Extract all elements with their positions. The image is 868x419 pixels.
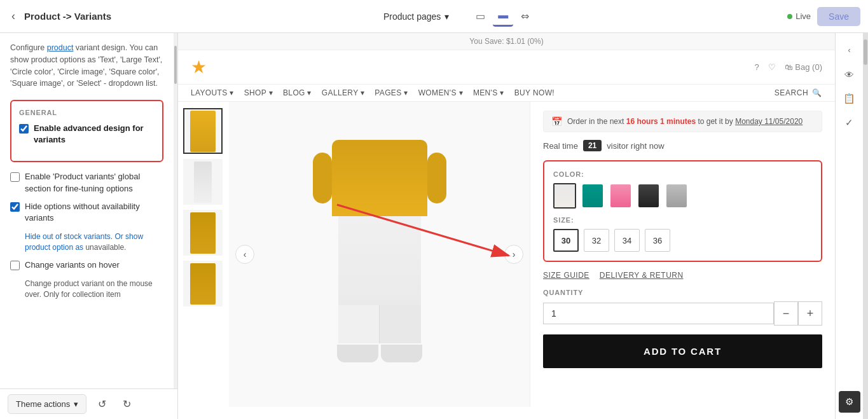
order-time: 16 hours 1 minutes (626, 117, 696, 126)
help-icon[interactable]: ? (755, 62, 759, 72)
page-selector-chevron: ▾ (444, 11, 449, 22)
store-page: You Save: $1.01 (0%) ★ ? ♡ 🛍 Bag (0) (178, 33, 835, 419)
links-row: SIZE GUIDE DELIVERY & RETURN (543, 271, 822, 280)
wishlist-icon[interactable]: ♡ (768, 62, 776, 72)
color-swatch-pink[interactable] (609, 183, 632, 209)
quantity-label: QUANTITY (543, 289, 822, 296)
view-wide-button[interactable]: ⇔ (516, 6, 534, 27)
general-label: GENERAL (19, 109, 155, 116)
nav-shop[interactable]: SHOP ▾ (244, 88, 273, 97)
size-btn-36[interactable]: 36 (645, 229, 670, 252)
left-panel: Configure product variant design. You ca… (0, 33, 178, 419)
back-button[interactable]: ‹ (8, 6, 19, 27)
color-swatch-teal[interactable] (581, 183, 604, 209)
size-btn-32[interactable]: 32 (584, 229, 609, 252)
thumb-1[interactable] (183, 108, 223, 154)
thumb-4[interactable] (183, 261, 223, 306)
order-banner: 📅 Order in the next 16 hours 1 minutes t… (543, 111, 822, 132)
redo-button[interactable]: ↻ (118, 394, 136, 414)
settings-icon-button[interactable]: ⚙ (839, 391, 860, 413)
checkbox-hide-unavailable: Hide options without availability varian… (10, 201, 163, 224)
theme-actions-button[interactable]: Theme actions ▾ (8, 394, 86, 414)
add-to-cart-button[interactable]: ADD TO CART (543, 334, 822, 368)
theme-actions-label: Theme actions (16, 399, 70, 409)
size-guide-link[interactable]: SIZE GUIDE (543, 271, 589, 280)
live-label: Live (796, 11, 811, 21)
eye-icon-button[interactable]: 👁 (839, 64, 860, 85)
clipboard-icon-button[interactable]: 📋 (839, 88, 860, 109)
quantity-input[interactable] (543, 303, 774, 324)
checkbox-hover: Change variants on hover (10, 259, 163, 271)
view-mobile-button[interactable]: ▭ (471, 6, 490, 27)
nav-pages[interactable]: PAGES ▾ (375, 88, 408, 97)
page-selector-label: Product pages (383, 11, 441, 22)
store-logo: ★ (191, 57, 207, 78)
color-swatch-white[interactable] (553, 183, 576, 209)
thumbnail-column (178, 102, 229, 407)
mobile-icon: ▭ (476, 11, 485, 22)
enable-global-label: Enable 'Product variants' global section… (25, 171, 163, 194)
store-header-right: ? ♡ 🛍 Bag (0) (755, 62, 822, 72)
check-icon-button[interactable]: ✓ (839, 112, 860, 134)
undo-button[interactable]: ↺ (93, 394, 111, 414)
topbar-right: Live Save (787, 7, 860, 26)
product-info: 📅 Order in the next 16 hours 1 minutes t… (530, 102, 835, 407)
nav-blog[interactable]: BLOG ▾ (283, 88, 312, 97)
realtime-label: Real time (543, 141, 578, 151)
change-hover-checkbox[interactable] (10, 261, 20, 270)
size-btn-34[interactable]: 34 (614, 229, 640, 252)
wide-icon: ⇔ (521, 11, 529, 22)
preview-scroll-thumb (864, 39, 867, 65)
hide-unavailable-subtext[interactable]: Hide out of stock variants. Or show prod… (25, 231, 163, 253)
color-swatch-gray[interactable] (665, 183, 688, 209)
nav-buynow[interactable]: BUY NOW! (514, 88, 555, 97)
search-label: SEARCH (775, 88, 809, 97)
panel-title: Product -> Variants (24, 11, 111, 22)
product-link[interactable]: product (47, 43, 74, 52)
next-image-button[interactable]: › (504, 245, 523, 264)
store-nav-right[interactable]: SEARCH 🔍 (775, 88, 822, 97)
left-panel-scrollbar (174, 33, 177, 388)
color-label: COLOR: (553, 170, 812, 178)
preview-scrollbar (863, 33, 868, 419)
nav-womens[interactable]: WOMEN'S ▾ (418, 88, 463, 97)
desktop-icon: ▬ (498, 10, 508, 20)
live-badge: Live (787, 11, 811, 21)
enable-advanced-label: Enable advanced design for variants (34, 123, 155, 146)
hide-unavailable-checkbox[interactable] (10, 202, 20, 212)
thumb-2[interactable] (183, 159, 223, 205)
main-area: Configure product variant design. You ca… (0, 33, 868, 419)
quantity-minus-button[interactable]: − (774, 301, 798, 326)
theme-actions-chevron: ▾ (74, 399, 78, 409)
page-selector-button[interactable]: Product pages ▾ (377, 8, 455, 25)
thumb-3[interactable] (183, 210, 223, 256)
preview-scroll-track (863, 33, 868, 419)
visitor-suffix: visitor right now (607, 141, 664, 151)
quantity-plus-button[interactable]: + (798, 301, 822, 326)
color-options (553, 183, 812, 209)
checkbox-enable-advanced: Enable advanced design for variants (19, 123, 155, 146)
nav-gallery[interactable]: GALLERY ▾ (322, 88, 365, 97)
enable-global-checkbox[interactable] (10, 172, 20, 182)
checkbox-enable-global: Enable 'Product variants' global section… (10, 171, 163, 194)
topbar-center: Product pages ▾ ▭ ▬ ⇔ (124, 6, 787, 27)
nav-mens[interactable]: MEN'S ▾ (473, 88, 504, 97)
order-banner-text: Order in the next 16 hours 1 minutes to … (567, 117, 803, 126)
preview-area: You Save: $1.01 (0%) ★ ? ♡ 🛍 Bag (0) (178, 33, 868, 419)
collapse-panel-button[interactable]: ‹ (839, 39, 860, 61)
prev-image-button[interactable]: ‹ (235, 245, 254, 264)
product-layout: ‹ › 📅 Order in the next 16 hours 1 minut… (178, 102, 835, 407)
change-hover-subtext: Change product variant on the mouse over… (25, 278, 163, 300)
delivery-return-link[interactable]: DELIVERY & RETURN (600, 271, 684, 280)
order-date: Monday 11/05/2020 (735, 117, 803, 126)
color-swatch-black[interactable] (637, 183, 660, 209)
live-dot (787, 14, 792, 19)
top-bar: ‹ Product -> Variants Product pages ▾ ▭ … (0, 0, 868, 33)
size-btn-30[interactable]: 30 (553, 229, 579, 252)
bag-icon[interactable]: 🛍 Bag (0) (785, 62, 822, 72)
view-desktop-button[interactable]: ▬ (493, 6, 513, 27)
nav-layouts[interactable]: LAYOUTS ▾ (191, 88, 234, 97)
bottom-bar: Theme actions ▾ ↺ ↻ (0, 388, 177, 419)
save-button[interactable]: Save (817, 7, 860, 26)
enable-advanced-checkbox[interactable] (19, 124, 29, 134)
